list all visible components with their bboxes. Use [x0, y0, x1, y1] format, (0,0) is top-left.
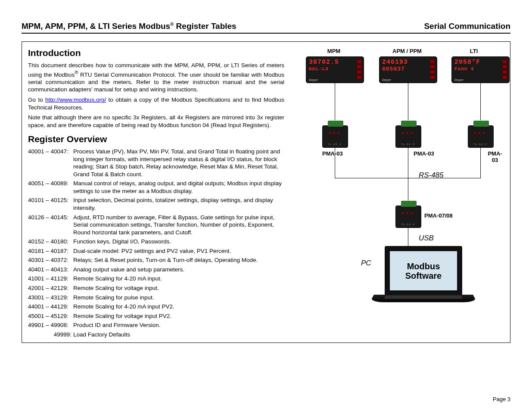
label-rs485: RS-485	[419, 171, 444, 180]
register-row: 49999:Load Factory Defaults	[28, 331, 284, 339]
intro-para-3: Note that although there are no specific…	[28, 114, 284, 129]
register-description: Remote Scaling for 4-20 mA input PV2.	[73, 303, 284, 311]
register-range: 49901 – 49908:	[28, 321, 73, 329]
register-range: 40051 – 40089:	[28, 180, 73, 195]
register-row: 49901 – 49908:Product ID and Firmware Ve…	[28, 321, 284, 329]
wire	[480, 148, 481, 178]
register-description: Remote Scaling for voltage input PV2.	[73, 312, 284, 320]
laptop-keyboard	[370, 295, 477, 302]
title-part-b: Register Tables	[174, 22, 236, 31]
register-row: 40181 – 40187:Dual-scale model: PV2 sett…	[28, 247, 284, 255]
page-number: Page 3	[493, 396, 510, 402]
register-range: 45001 – 45129:	[28, 312, 73, 320]
register-row: 44001 – 44129:Remote Scaling for 4-20 mA…	[28, 303, 284, 311]
register-range: 40181 – 40187:	[28, 247, 73, 255]
header-bar: MPM, APM, PPM, & LTI Series Modbus® Regi…	[22, 22, 510, 34]
label-apm-ppm: APM / PPM	[388, 48, 426, 54]
register-description: Analog output value and setup parameters…	[73, 266, 284, 274]
diagram-column: MPM APM / PPM LTI 38702.5 GAL-L3 Dwyer 2…	[297, 48, 504, 336]
register-description: Load Factory Defaults	[73, 331, 284, 339]
label-pma03-2: PMA-03	[414, 150, 434, 157]
label-pc: PC	[361, 259, 371, 268]
wire	[335, 83, 335, 120]
register-overview-heading: Register Overview	[28, 134, 284, 144]
register-description: Process Value (PV), Max PV, Min PV, Tota…	[73, 148, 284, 178]
adapter-pma0708: TA RX P	[395, 206, 421, 228]
register-range: 44001 – 44129:	[28, 303, 73, 311]
label-pma0708: PMA-07/08	[424, 212, 453, 219]
intro-para-2: Go to http://www.modbus.org/ to obtain a…	[28, 96, 284, 111]
adapter-pma03-3: TA RX P	[468, 125, 494, 148]
register-row: 40401 – 40413:Analog output value and se…	[28, 266, 284, 274]
register-description: Product ID and Firmware Version.	[73, 321, 284, 329]
register-row: 42001 – 42129:Remote Scaling for voltage…	[28, 284, 284, 292]
register-description: Dual-scale model: PV2 settings and PV2 v…	[73, 247, 284, 255]
meter-apm: 246193 605837 Dwyer	[379, 56, 437, 83]
register-range: 40126 – 40145:	[28, 214, 73, 237]
label-pma03-3: PMA-03	[486, 150, 504, 163]
main-content-frame: Introduction This document describes how…	[22, 41, 510, 343]
laptop: Modbus Software	[374, 246, 473, 307]
register-range: 41001 – 41129:	[28, 275, 73, 283]
register-description: Input selection, Decimal points, totaliz…	[73, 196, 284, 212]
wire	[408, 148, 408, 178]
register-description: Manual control of relays, analog output,…	[73, 180, 284, 195]
screen-text-2: Software	[405, 271, 442, 280]
label-mpm: MPM	[319, 48, 349, 54]
register-row: 40051 – 40089:Manual control of relays, …	[28, 180, 284, 195]
register-row: 41001 – 41129:Remote Scaling for 4-20 mA…	[28, 275, 284, 283]
register-description: Adjust, RTD number to average, Filter & …	[73, 214, 284, 237]
register-description: Remote Scaling for voltage input.	[73, 284, 284, 292]
register-range: 40101 – 40125:	[28, 196, 73, 212]
adapter-pma03-1: TA RX P	[322, 125, 348, 148]
system-diagram: MPM APM / PPM LTI 38702.5 GAL-L3 Dwyer 2…	[297, 48, 504, 336]
register-range: 40401 – 40413:	[28, 266, 73, 274]
wire	[408, 83, 408, 120]
label-usb: USB	[419, 234, 434, 243]
register-list: 40001 – 40047:Process Value (PV), Max PV…	[28, 148, 284, 338]
register-row: 40001 – 40047:Process Value (PV), Max PV…	[28, 148, 284, 178]
register-range: 42001 – 42129:	[28, 284, 73, 292]
register-row: 40126 – 40145:Adjust, RTD number to aver…	[28, 214, 284, 237]
section-name: Serial Communication	[424, 22, 510, 31]
title-part-a: MPM, APM, PPM, & LTI Series Modbus	[22, 22, 170, 31]
meter-mpm: 38702.5 GAL-L3 Dwyer	[306, 56, 364, 83]
register-range: 40001 – 40047:	[28, 148, 73, 178]
intro-para-1: This document describes how to communica…	[28, 62, 284, 93]
register-range: 40152 – 40180:	[28, 238, 73, 246]
register-description: Remote Scaling for 4-20 mA input.	[73, 275, 284, 283]
register-row: 43001 – 43129:Remote Scaling for pulse i…	[28, 294, 284, 302]
register-range: 43001 – 43129:	[28, 294, 73, 302]
left-column: Introduction This document describes how…	[28, 48, 284, 336]
document-title: MPM, APM, PPM, & LTI Series Modbus® Regi…	[22, 22, 236, 31]
register-row: 40101 – 40125:Input selection, Decimal p…	[28, 196, 284, 212]
register-row: 40152 – 40180:Function keys, Digital I/O…	[28, 238, 284, 246]
register-row: 40301 – 40372:Relays; Set & Reset points…	[28, 256, 284, 264]
modbus-org-link[interactable]: http://www.modbus.org/	[45, 97, 106, 103]
wire	[335, 148, 335, 178]
wire	[408, 178, 408, 200]
register-description: Remote Scaling for pulse input.	[73, 294, 284, 302]
register-description: Relays; Set & Reset points, Turn-on & Tu…	[73, 256, 284, 264]
screen-text-1: Modbus	[407, 262, 440, 271]
laptop-screen: Modbus Software	[385, 246, 462, 296]
register-range: 40301 – 40372:	[28, 256, 73, 264]
introduction-heading: Introduction	[28, 48, 284, 58]
adapter-pma03-2: TA RX P	[395, 125, 421, 148]
wire	[480, 83, 481, 120]
register-description: Function keys, Digital I/O, Passwords.	[73, 238, 284, 246]
label-pma03-1: PMA-03	[322, 150, 343, 157]
label-lti: LTI	[461, 48, 487, 54]
meter-lti: 2058°F Funn 4 Dwyer	[451, 56, 510, 83]
register-row: 45001 – 45129:Remote Scaling for voltage…	[28, 312, 284, 320]
register-range: 49999:	[28, 331, 73, 339]
